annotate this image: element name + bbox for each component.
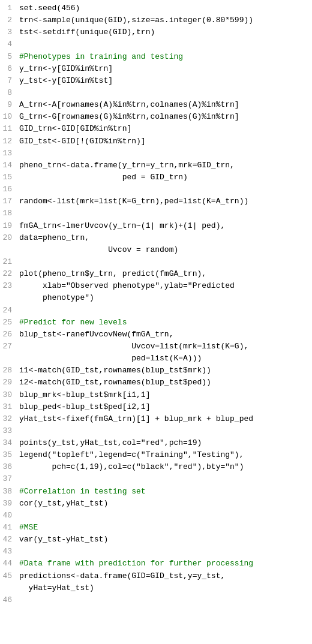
code-line: 19fmGA_trn<-lmerUvcov(y_trn~(1| mrk)+(1|…	[0, 220, 312, 232]
code-line: 25#Predict for new levels	[0, 317, 312, 329]
line-number: 25	[0, 317, 17, 329]
line-number: 2	[0, 14, 17, 26]
line-content[interactable]: tst<-setdiff(unique(GID),trn)	[17, 26, 312, 38]
line-number: 36	[0, 461, 17, 473]
line-number: 26	[0, 329, 17, 341]
code-line: 21	[0, 256, 312, 268]
line-content[interactable]: ped = GID_trn)	[17, 171, 312, 183]
code-line: 6y_trn<-y[GID%in%trn]	[0, 63, 312, 75]
line-content[interactable]: var(y_tst-yHat_tst)	[17, 534, 312, 546]
line-number: 3	[0, 26, 17, 38]
code-line: 30blup_mrk<-blup_tst$mrk[i1,1]	[0, 389, 312, 401]
line-content[interactable]: #Data frame with prediction for further …	[17, 558, 312, 570]
line-number: 23	[0, 280, 17, 292]
code-line: 26blup_tst<-ranefUvcovNew(fmGA_trn,	[0, 329, 312, 341]
line-number: 22	[0, 268, 17, 280]
line-content[interactable]: A_trn<-A[rownames(A)%in%trn,colnames(A)%…	[17, 99, 312, 111]
line-number: 18	[0, 207, 17, 219]
code-line: 13	[0, 148, 312, 160]
line-number: 16	[0, 183, 17, 195]
line-content[interactable]: random<-list(mrk=list(K=G_trn),ped=list(…	[17, 195, 312, 207]
code-line: 5#Phenotypes in training and testing	[0, 51, 312, 63]
code-line: 10G_trn<-G[rownames(G)%in%trn,colnames(G…	[0, 111, 312, 123]
code-line: Uvcov = random)	[0, 244, 312, 256]
code-line: 20data=pheno_trn,	[0, 232, 312, 244]
code-line: 1set.seed(456)	[0, 2, 312, 14]
line-content[interactable]: i2<-match(GID_tst,rownames(blup_tst$ped)…	[17, 377, 312, 389]
line-content[interactable]: legend("topleft",legend=c("Training","Te…	[17, 449, 312, 461]
code-line: 33	[0, 425, 312, 437]
line-number: 13	[0, 148, 17, 160]
line-number: 42	[0, 534, 17, 546]
code-line: 37	[0, 473, 312, 485]
code-line: 8	[0, 87, 312, 99]
line-number: 9	[0, 99, 17, 111]
line-content[interactable]: #Correlation in testing set	[17, 486, 312, 498]
line-content[interactable]: predictions<-data.frame(GID=GID_tst,y=y_…	[17, 570, 312, 582]
code-line: ped=list(K=A)))	[0, 353, 312, 365]
line-number: 33	[0, 425, 17, 437]
line-content[interactable]: #MSE	[17, 522, 312, 534]
code-line: 32yHat_tst<-fixef(fmGA_trn)[1] + blup_mr…	[0, 413, 312, 425]
line-number: 39	[0, 498, 17, 510]
line-number: 19	[0, 220, 17, 232]
line-number: 5	[0, 51, 17, 63]
line-content[interactable]: i1<-match(GID_tst,rownames(blup_tst$mrk)…	[17, 365, 312, 377]
line-content[interactable]: pheno_trn<-data.frame(y_trn=y_trn,mrk=GI…	[17, 160, 312, 171]
line-content[interactable]: fmGA_trn<-lmerUvcov(y_trn~(1| mrk)+(1| p…	[17, 220, 312, 232]
code-line: 36 pch=c(1,19),col=c("black","red"),bty=…	[0, 461, 312, 473]
line-content[interactable]: cor(y_tst,yHat_tst)	[17, 498, 312, 510]
line-content[interactable]: y_tst<-y[GID%in%tst]	[17, 75, 312, 87]
code-line: 43	[0, 546, 312, 558]
line-number: 15	[0, 171, 17, 183]
code-line: 45predictions<-data.frame(GID=GID_tst,y=…	[0, 570, 312, 582]
line-content[interactable]: points(y_tst,yHat_tst,col="red",pch=19)	[17, 437, 312, 449]
line-number: 14	[0, 160, 17, 171]
code-line: 22plot(pheno_trn$y_trn, predict(fmGA_trn…	[0, 268, 312, 280]
code-line: 23 xlab="Observed phenotype",ylab="Predi…	[0, 280, 312, 292]
line-number: 28	[0, 365, 17, 377]
line-number: 24	[0, 305, 17, 317]
code-line: 24	[0, 305, 312, 317]
line-content[interactable]: G_trn<-G[rownames(G)%in%trn,colnames(G)%…	[17, 111, 312, 123]
line-number: 4	[0, 38, 17, 50]
code-line: phenotype")	[0, 292, 312, 304]
line-content[interactable]: blup_tst<-ranefUvcovNew(fmGA_trn,	[17, 329, 312, 341]
code-line: 14pheno_trn<-data.frame(y_trn=y_trn,mrk=…	[0, 160, 312, 171]
line-content[interactable]: set.seed(456)	[17, 2, 312, 14]
line-content[interactable]: phenotype")	[17, 292, 312, 304]
line-number: 35	[0, 449, 17, 461]
line-number: 29	[0, 377, 17, 389]
code-line: 39cor(y_tst,yHat_tst)	[0, 498, 312, 510]
line-number: 46	[0, 594, 17, 606]
line-number: 45	[0, 570, 17, 582]
line-content[interactable]: plot(pheno_trn$y_trn, predict(fmGA_trn),	[17, 268, 312, 280]
line-content[interactable]: pch=c(1,19),col=c("black","red"),bty="n"…	[17, 461, 312, 473]
line-content[interactable]: #Predict for new levels	[17, 317, 312, 329]
line-content[interactable]: data=pheno_trn,	[17, 232, 312, 244]
line-content[interactable]: blup_ped<-blup_tst$ped[i2,1]	[17, 401, 312, 413]
line-content[interactable]: Uvcov = random)	[17, 244, 312, 256]
code-line: 34points(y_tst,yHat_tst,col="red",pch=19…	[0, 437, 312, 449]
line-number: 10	[0, 111, 17, 123]
line-content[interactable]: Uvcov=list(mrk=list(K=G),	[17, 341, 312, 353]
line-content[interactable]: yHat=yHat_tst)	[17, 582, 312, 594]
line-number: 21	[0, 256, 17, 268]
line-number: 8	[0, 87, 17, 99]
line-content[interactable]: trn<-sample(unique(GID),size=as.integer(…	[17, 14, 312, 26]
line-number: 7	[0, 75, 17, 87]
code-line: 11GID_trn<-GID[GID%in%trn]	[0, 123, 312, 135]
line-content[interactable]: ped=list(K=A)))	[17, 353, 312, 365]
line-content[interactable]: yHat_tst<-fixef(fmGA_trn)[1] + blup_mrk …	[17, 413, 312, 425]
line-content[interactable]: y_trn<-y[GID%in%trn]	[17, 63, 312, 75]
line-content[interactable]: xlab="Observed phenotype",ylab="Predicte…	[17, 280, 312, 292]
line-content[interactable]: blup_mrk<-blup_tst$mrk[i1,1]	[17, 389, 312, 401]
line-number: 40	[0, 510, 17, 522]
line-content[interactable]: #Phenotypes in training and testing	[17, 51, 312, 63]
line-content[interactable]: GID_trn<-GID[GID%in%trn]	[17, 123, 312, 135]
code-line: 12GID_tst<-GID[!(GID%in%trn)]	[0, 136, 312, 148]
code-line: 42var(y_tst-yHat_tst)	[0, 534, 312, 546]
line-content[interactable]: GID_tst<-GID[!(GID%in%trn)]	[17, 136, 312, 148]
code-line: 2trn<-sample(unique(GID),size=as.integer…	[0, 14, 312, 26]
code-line: 46	[0, 594, 312, 606]
